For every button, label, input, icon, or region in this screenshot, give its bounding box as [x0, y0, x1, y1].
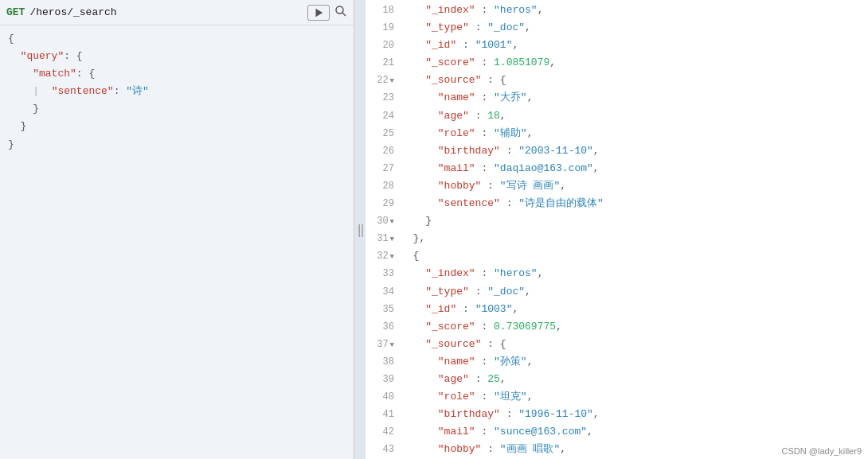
table-row: 25 "role" : "辅助", [372, 125, 862, 142]
line-number: 22 [372, 72, 394, 88]
table-row: 42 "mail" : "sunce@163.com", [372, 423, 862, 441]
table-row: 18 "_index" : "heros", [372, 2, 862, 19]
right-panel: 18 "_index" : "heros",19 "_type" : "_doc… [366, 0, 868, 459]
http-method: GET [6, 6, 25, 18]
query-body: { "query": { "match": { | "sentence": "诗… [0, 25, 354, 459]
svg-line-2 [342, 13, 346, 16]
table-row: 30 } [372, 212, 862, 230]
search-icon-button[interactable] [334, 5, 347, 20]
watermark: CSDN @lady_killer9 [782, 446, 862, 456]
line-number: 26 [372, 143, 394, 159]
line-content: "_score" : 1.0851079, [401, 54, 862, 72]
table-row: 40 "role" : "坦克", [372, 388, 862, 406]
line-number: 30 [372, 213, 394, 229]
table-row: 33 "_index" : "heros", [372, 265, 862, 282]
line-content: "mail" : "sunce@163.com", [401, 423, 862, 441]
line-content: "_score" : 0.73069775, [401, 318, 862, 336]
table-row: 23 "name" : "大乔", [372, 89, 862, 107]
line-number: 34 [372, 284, 394, 300]
line-number: 35 [372, 301, 394, 317]
svg-marker-0 [316, 8, 323, 17]
query-line-4: | "sentence": "诗" [8, 83, 346, 100]
line-number: 41 [372, 406, 394, 422]
table-row: 22 "_source" : { [372, 72, 862, 89]
line-content: "sentence" : "诗是自由的载体" [401, 195, 862, 212]
line-content: "_type" : "_doc", [401, 19, 862, 37]
line-content: "_id" : "1001", [401, 37, 862, 54]
query-line-2: "query": { [8, 48, 346, 65]
line-number: 28 [372, 178, 394, 194]
line-number: 24 [372, 108, 394, 124]
line-content: "age" : 25, [401, 371, 862, 388]
table-row: 26 "birthday" : "2003-11-10", [372, 142, 862, 160]
table-row: 36 "_score" : 0.73069775, [372, 318, 862, 336]
query-line-5: } [8, 100, 346, 118]
table-row: 35 "_id" : "1003", [372, 301, 862, 318]
line-content: "mail" : "daqiao@163.com", [401, 160, 862, 177]
query-line-7: } [8, 136, 346, 154]
line-content: "birthday" : "1996-11-10", [401, 406, 862, 423]
query-line-6: } [8, 118, 346, 135]
table-row: 37 "_source" : { [372, 336, 862, 353]
table-row: 19 "_type" : "_doc", [372, 19, 862, 37]
line-number: 18 [372, 2, 394, 18]
line-content: } [401, 212, 862, 230]
line-number: 19 [372, 20, 394, 36]
line-content: "hobby" : "写诗 画画", [401, 177, 862, 195]
request-path: /heros/_search [29, 6, 303, 18]
line-number: 40 [372, 389, 394, 405]
line-number: 38 [372, 354, 394, 370]
panel-divider[interactable]: ‖ [354, 0, 366, 459]
line-content: "_source" : { [401, 336, 862, 353]
line-number: 25 [372, 126, 394, 142]
line-content: "_index" : "heros", [401, 2, 862, 19]
svg-point-1 [336, 6, 343, 14]
line-number: 21 [372, 55, 394, 71]
table-row: 20 "_id" : "1001", [372, 37, 862, 54]
line-number: 37 [372, 336, 394, 352]
line-content: "role" : "坦克", [401, 388, 862, 406]
table-row: 41 "birthday" : "1996-11-10", [372, 406, 862, 423]
table-row: 38 "name" : "孙策", [372, 353, 862, 371]
line-content: "birthday" : "2003-11-10", [401, 142, 862, 160]
line-number: 39 [372, 371, 394, 387]
table-row: 21 "_score" : 1.0851079, [372, 54, 862, 72]
response-content: 18 "_index" : "heros",19 "_type" : "_doc… [366, 0, 868, 459]
line-number: 42 [372, 424, 394, 440]
line-content: "name" : "孙策", [401, 353, 862, 371]
line-content: }, [401, 230, 862, 247]
table-row: 29 "sentence" : "诗是自由的载体" [372, 195, 862, 212]
main-container: GET /heros/_search { "query": { "match":… [0, 0, 868, 459]
line-content: "age" : 18, [401, 107, 862, 125]
query-line-1: { [8, 30, 346, 48]
table-row: 27 "mail" : "daqiao@163.com", [372, 160, 862, 177]
request-bar: GET /heros/_search [0, 0, 354, 25]
table-row: 31 }, [372, 230, 862, 247]
run-button[interactable] [307, 5, 330, 21]
line-content: "name" : "大乔", [401, 89, 862, 107]
line-number: 32 [372, 248, 394, 264]
table-row: 28 "hobby" : "写诗 画画", [372, 177, 862, 195]
line-content: "_type" : "_doc", [401, 283, 862, 301]
line-number: 23 [372, 90, 394, 106]
line-number: 43 [372, 441, 394, 457]
table-row: 32 { [372, 247, 862, 265]
table-row: 24 "age" : 18, [372, 107, 862, 125]
line-content: "_source" : { [401, 72, 862, 89]
left-panel: GET /heros/_search { "query": { "match":… [0, 0, 354, 459]
query-line-3: "match": { [8, 65, 346, 83]
table-row: 39 "age" : 25, [372, 371, 862, 388]
line-content: "role" : "辅助", [401, 125, 862, 142]
line-number: 33 [372, 266, 394, 282]
line-number: 27 [372, 161, 394, 177]
line-content: { [401, 247, 862, 265]
table-row: 34 "_type" : "_doc", [372, 283, 862, 301]
line-number: 36 [372, 319, 394, 335]
line-number: 20 [372, 37, 394, 53]
line-content: "_index" : "heros", [401, 265, 862, 282]
line-number: 31 [372, 231, 394, 247]
line-number: 29 [372, 196, 394, 212]
line-content: "_id" : "1003", [401, 301, 862, 318]
